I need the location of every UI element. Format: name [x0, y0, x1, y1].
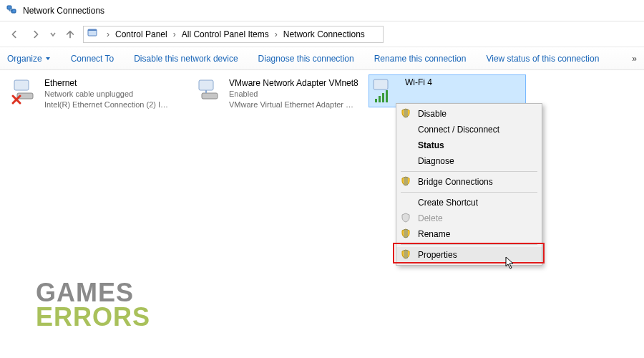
menu-item-disable[interactable]: Disable [396, 106, 542, 122]
toolbar-label: Diagnose this connection [258, 54, 354, 64]
watermark: GAMES ERRORS [36, 281, 150, 329]
breadcrumb-label: Network Connections [282, 29, 366, 39]
breadcrumb-path[interactable]: ›Control Panel ›All Control Panel Items … [83, 26, 384, 43]
menu-item-label: Create Shortcut [418, 198, 478, 208]
watermark-line: GAMES [36, 281, 150, 305]
menu-separator [401, 244, 537, 245]
shield-icon [401, 108, 411, 120]
ethernet-icon [10, 77, 39, 106]
menu-item-label: Properties [418, 250, 457, 260]
diagnose-connection-button[interactable]: Diagnose this connection [258, 54, 354, 64]
wifi-icon [371, 77, 399, 105]
ethernet-icon [195, 77, 223, 106]
menu-item-label: Status [418, 140, 444, 150]
menu-item-bridge[interactable]: Bridge Connections [396, 174, 542, 190]
menu-item-label: Connect / Disconnect [418, 125, 499, 135]
back-button[interactable] [6, 26, 23, 43]
adapter-status: Network cable unplugged [44, 89, 168, 100]
breadcrumb-item[interactable]: ›All Control Panel Items [169, 26, 270, 42]
svg-rect-10 [379, 96, 381, 102]
menu-item-label: Delete [418, 213, 443, 223]
svg-rect-11 [382, 93, 384, 102]
shield-icon [401, 213, 411, 225]
connect-to-button[interactable]: Connect To [71, 54, 114, 64]
rename-connection-button[interactable]: Rename this connection [374, 54, 467, 64]
forward-button[interactable] [27, 26, 44, 43]
toolbar-overflow-button[interactable]: » [632, 54, 637, 64]
menu-item-diagnose[interactable]: Diagnose [396, 153, 542, 169]
toolbar-label: Rename this connection [374, 54, 467, 64]
svg-rect-12 [386, 90, 388, 102]
adapter-item-vmware[interactable]: VMware Network Adapter VMnet8 Enabled VM… [193, 76, 369, 112]
menu-item-connect-disconnect[interactable]: Connect / Disconnect [396, 122, 542, 137]
disable-device-button[interactable]: Disable this network device [134, 54, 238, 64]
menu-item-label: Bridge Connections [418, 177, 493, 187]
toolbar-label: Connect To [71, 54, 114, 64]
adapter-device: Intel(R) Ethernet Connection (2) I… [44, 100, 168, 110]
menu-item-label: Disable [418, 109, 447, 119]
window-title: Network Connections [23, 6, 104, 16]
menu-item-label: Rename [418, 229, 450, 239]
breadcrumb-label: Control Panel [114, 29, 169, 39]
context-menu: Disable Connect / Disconnect Status Diag… [396, 103, 542, 266]
title-bar: Network Connections [0, 0, 644, 21]
toolbar-label: Organize [7, 54, 42, 64]
adapter-name: VMware Network Adapter VMnet8 [229, 77, 358, 89]
menu-item-rename[interactable]: Rename [396, 226, 542, 242]
svg-rect-4 [14, 80, 29, 90]
command-bar: Organize Connect To Disable this network… [0, 47, 644, 70]
menu-item-delete: Delete [396, 211, 542, 226]
view-status-button[interactable]: View status of this connection [486, 54, 599, 64]
svg-rect-3 [88, 29, 97, 31]
dropdown-arrow-icon [45, 56, 51, 62]
adapter-name: Wi-Fi 4 [405, 77, 432, 88]
svg-rect-6 [199, 80, 213, 90]
organize-button[interactable]: Organize [7, 54, 51, 64]
breadcrumb-item[interactable]: ›Network Connections [270, 26, 366, 42]
breadcrumb-item[interactable]: ›Control Panel [102, 26, 169, 42]
menu-item-properties[interactable]: Properties [396, 247, 542, 263]
svg-rect-8 [374, 79, 388, 90]
control-panel-icon [87, 27, 98, 41]
svg-rect-0 [7, 6, 11, 9]
up-button[interactable] [62, 26, 79, 43]
adapter-name: Ethernet [44, 77, 168, 89]
address-bar: ›Control Panel ›All Control Panel Items … [0, 21, 644, 47]
adapter-item-ethernet[interactable]: Ethernet Network cable unplugged Intel(R… [9, 76, 184, 112]
menu-item-label: Diagnose [418, 156, 454, 166]
shield-icon [401, 228, 411, 241]
menu-item-create-shortcut[interactable]: Create Shortcut [396, 195, 542, 211]
svg-rect-7 [202, 93, 218, 99]
svg-rect-9 [375, 99, 377, 102]
breadcrumb-label: All Control Panel Items [180, 29, 270, 39]
menu-separator [401, 171, 537, 172]
adapter-device: VMware Virtual Ethernet Adapter … [229, 100, 358, 110]
toolbar-label: View status of this connection [486, 54, 599, 64]
shield-icon [401, 249, 411, 261]
menu-item-status[interactable]: Status [396, 137, 542, 153]
watermark-line: ERRORS [36, 305, 150, 329]
shield-icon [401, 176, 411, 188]
toolbar-label: Disable this network device [134, 54, 238, 64]
toolbar-label: » [632, 54, 637, 64]
adapter-status: Enabled [229, 89, 358, 100]
nav-history-dropdown[interactable] [49, 29, 57, 39]
network-connections-icon [6, 4, 17, 17]
menu-separator [401, 192, 537, 193]
